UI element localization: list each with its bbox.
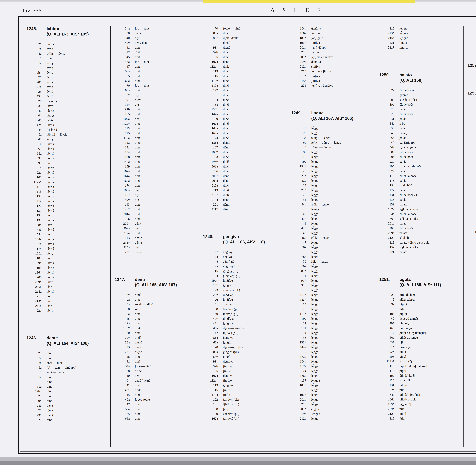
location-code: 115* bbox=[291, 311, 306, 316]
dialect-form: dinč bbox=[223, 107, 229, 112]
dialect-form: língụa bbox=[400, 40, 408, 45]
dialect-form: dint bbox=[135, 202, 140, 207]
location-code: 112a* bbox=[26, 180, 42, 184]
dialect-form: zent bbox=[135, 307, 140, 311]
location-code: 8 bbox=[203, 259, 218, 264]
entry-row: 215apípul bbox=[467, 31, 476, 36]
entry-row: 80apikút de lę́nge bbox=[379, 335, 463, 340]
entry-row: 189*din bbox=[115, 197, 198, 202]
dialect-form: lávriś bbox=[47, 242, 54, 246]
dialect-form: lę́ngę bbox=[311, 164, 318, 169]
dialect-form: dinč bbox=[223, 159, 229, 164]
dialect-form: ʃiņʃívę bbox=[223, 378, 232, 383]
entry-row: 174dinč bbox=[203, 136, 286, 140]
dialect-form: dinć bbox=[135, 354, 141, 359]
entry-row: 122lę́nga bbox=[291, 321, 375, 326]
dialect-form: palátu bbox=[400, 188, 407, 192]
entry-row: 115dinč bbox=[203, 74, 286, 78]
dialect-form: indívįe (pl.) bbox=[223, 311, 238, 316]
location-code: 213 bbox=[379, 416, 394, 421]
entry-row: 3atríᵃln — lávriş bbox=[26, 51, 110, 56]
location-code: 22a bbox=[26, 85, 42, 89]
location-code: 26 bbox=[467, 154, 476, 158]
location-code: 113 bbox=[203, 383, 218, 388]
dialect-form: dinć bbox=[135, 392, 141, 397]
dialect-form: şíl da bóča bbox=[400, 235, 413, 240]
entry-row: 91*mušę́lę (pl.) bbox=[467, 211, 476, 215]
dialect-form: palátǫ bbox=[400, 131, 407, 136]
entry-row: 2aléņgo bbox=[291, 131, 375, 136]
location-code: 162a bbox=[26, 232, 42, 237]
location-code: 186a bbox=[115, 188, 130, 193]
dialect-form: lávri bbox=[47, 256, 53, 261]
location-code: 209* bbox=[467, 296, 476, 301]
entry-row: 42*lę́ņga bbox=[291, 226, 375, 231]
location-code: 68a bbox=[291, 254, 306, 259]
entry-row: 131dinć bbox=[203, 93, 286, 97]
dialect-form: lávriś bbox=[47, 142, 54, 146]
location-code: 9a bbox=[467, 120, 476, 125]
dialect-form: ğanğíve bbox=[311, 26, 322, 31]
location-code: 40* bbox=[467, 173, 476, 177]
entry-row: 105dinč bbox=[203, 55, 286, 59]
dialect-form: dinč bbox=[223, 164, 229, 169]
entry-row: 215alę́ngụa bbox=[379, 36, 463, 40]
location-code: 42* bbox=[115, 50, 130, 55]
entry-row: 31dinč bbox=[115, 359, 198, 364]
dialect-form: dęnč / deⁱnč bbox=[135, 378, 150, 383]
dialect-form: lę́ņgǫ bbox=[311, 126, 319, 131]
dialect-form: dinč bbox=[223, 74, 229, 78]
location-code: 164a bbox=[115, 174, 130, 178]
dialect-form: lę́ņga bbox=[311, 245, 318, 250]
location-code: 167a bbox=[203, 131, 218, 136]
location-code: 23* bbox=[291, 188, 306, 192]
entry-row: 167adint bbox=[115, 178, 198, 183]
section-title: labbra bbox=[47, 26, 59, 31]
section-title: lingua bbox=[311, 111, 324, 115]
entry-row: 23lę́ņge bbox=[291, 183, 375, 188]
location-code: 19b* bbox=[26, 70, 42, 75]
location-code: 201a bbox=[203, 164, 218, 169]
entry-row: 20lę́nge bbox=[291, 169, 375, 173]
location-code: 159 bbox=[379, 202, 394, 207]
dialect-form: lę́nga bbox=[311, 369, 318, 373]
entry-row: 40*dęn / dęnt bbox=[115, 40, 198, 45]
entry-row: 209*lávᵃri bbox=[26, 280, 110, 284]
entry-row: 23dįęnč bbox=[115, 345, 198, 349]
entry-row: 9apipiǫ́t bbox=[379, 302, 463, 307]
location-code: 159 bbox=[115, 164, 130, 169]
entry-row: 113pípul dal búʃ̌ dal kụél bbox=[379, 364, 463, 369]
section-header: 1249.lingua(Q. ALI 167, AIS* 106) bbox=[291, 110, 375, 121]
location-code: 213 bbox=[467, 311, 476, 315]
section-block-lingua: 213lę́ngụa213*lę́ngụa215alę́ngụa221língụ… bbox=[379, 26, 463, 50]
location-code: 80a bbox=[203, 31, 218, 36]
entry-row: 19agrámule bbox=[467, 130, 476, 135]
entry-row: 119adinč bbox=[203, 83, 286, 88]
location-code: 91* bbox=[203, 359, 218, 364]
location-code: 174 bbox=[26, 246, 42, 251]
dialect-form: lávri bbox=[47, 308, 53, 313]
location-code: 167a bbox=[115, 178, 130, 183]
location-code: 47 bbox=[203, 330, 218, 335]
entry-row: 46aʃóbe / ʃóbįe bbox=[115, 397, 198, 402]
location-code: 164a bbox=[291, 26, 306, 31]
entry-row: 8kʰífᵉr bbox=[467, 116, 476, 120]
entry-row: 2*anğívǫ bbox=[203, 250, 286, 254]
dialect-form: dīnk̓ bbox=[135, 388, 141, 392]
location-code: 213* bbox=[379, 31, 394, 36]
entry-row: 144alę́nge bbox=[291, 345, 375, 349]
entry-row: 2*lę́ņgǫ bbox=[291, 126, 375, 131]
entry-row: 215aʃinʃiva bbox=[291, 78, 375, 83]
dialect-form: ʃanʃiva bbox=[223, 407, 232, 412]
location-code: 105 bbox=[379, 354, 394, 359]
location-code: 68a bbox=[203, 340, 218, 345]
entry-row: 122dinč bbox=[203, 88, 286, 93]
entry-row: 23*ðinðívę bbox=[203, 293, 286, 297]
entry-row: 213*maśę́la bbox=[467, 315, 476, 320]
entry-row: 15úrle bbox=[379, 307, 463, 311]
entry-row: 215adénti bbox=[203, 197, 286, 202]
location-code: 122 bbox=[291, 321, 306, 326]
entry-row: 213úrla bbox=[379, 416, 463, 421]
location-code: 41 bbox=[291, 221, 306, 226]
location-code: 122 bbox=[379, 188, 394, 192]
